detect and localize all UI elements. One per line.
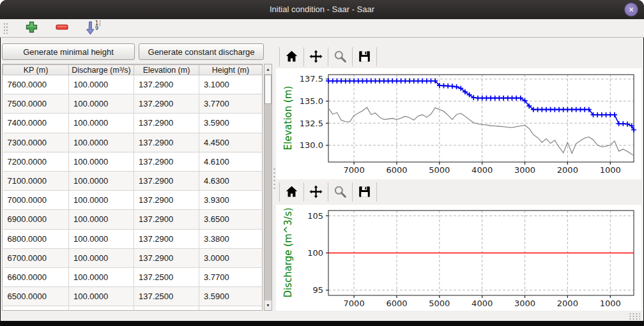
add-row-button[interactable] xyxy=(24,21,39,35)
table-cell[interactable]: 100.0000 xyxy=(69,229,134,248)
column-header[interactable]: Height (m) xyxy=(199,65,263,75)
home-icon xyxy=(285,185,298,198)
table-cell[interactable]: 3.5900 xyxy=(199,114,263,133)
sort-rows-button[interactable]: 1 9 xyxy=(86,21,102,35)
main-toolbar: 1 9 xyxy=(0,19,644,38)
table-cell[interactable]: 7100.0000 xyxy=(3,171,69,190)
table-cell[interactable]: 137.2900 xyxy=(134,133,199,152)
table-cell[interactable]: 100.0000 xyxy=(69,75,134,94)
table-cell[interactable]: 100.0000 xyxy=(69,171,134,190)
table-cell[interactable]: 137.2900 xyxy=(134,75,199,94)
zoom-button[interactable] xyxy=(334,185,348,199)
table-cell[interactable]: 7400.0000 xyxy=(3,114,69,133)
elevation-axis-label: Elevation (m) xyxy=(282,86,294,151)
table-cell[interactable]: 6900.0000 xyxy=(3,210,69,229)
svg-text:3000: 3000 xyxy=(514,165,535,175)
table-header-row: KP (m)Discharge (m³/s)Elevation (m)Heigh… xyxy=(3,65,263,75)
table-cell[interactable]: 137.2500 xyxy=(134,287,199,306)
table-scrollbar[interactable]: ▲ ▼ xyxy=(264,64,272,311)
table-cell[interactable]: 3.7700 xyxy=(199,267,263,286)
svg-text:137.5: 137.5 xyxy=(300,74,323,84)
table-cell[interactable]: 100.0000 xyxy=(69,248,134,267)
zoom-button[interactable] xyxy=(334,50,348,64)
table-cell[interactable]: 3.0000 xyxy=(199,248,263,267)
svg-text:3000: 3000 xyxy=(514,299,535,308)
scroll-down-button[interactable]: ▼ xyxy=(264,300,272,310)
table-cell[interactable]: 7500.0000 xyxy=(3,94,69,114)
table-cell[interactable] xyxy=(69,306,134,311)
table-cell[interactable]: 137.2900 xyxy=(134,191,199,210)
elevation-chart-canvas[interactable]: 7000600050004000300020001000137.5135.013… xyxy=(276,68,641,179)
scroll-up-button[interactable]: ▲ xyxy=(264,64,272,74)
table-cell[interactable]: 3.3800 xyxy=(199,229,263,248)
table-cell[interactable]: 100.0000 xyxy=(69,94,134,114)
save-button[interactable] xyxy=(358,50,372,64)
svg-text:132.5: 132.5 xyxy=(300,119,323,128)
scrollbar-thumb[interactable] xyxy=(264,75,272,104)
home-button[interactable] xyxy=(285,50,299,64)
pan-button[interactable] xyxy=(309,50,323,64)
sort-1-9-label: 1 9 xyxy=(95,21,101,35)
table-cell[interactable] xyxy=(3,306,69,311)
table-cell[interactable]: 100.0000 xyxy=(69,191,134,210)
pan-button[interactable] xyxy=(309,185,323,199)
table-cell[interactable]: 100.0000 xyxy=(69,210,134,229)
table-cell[interactable]: 137.2500 xyxy=(134,267,199,286)
table-cell[interactable]: 137.2900 xyxy=(134,171,199,190)
table-row: 7000.0000100.0000137.29003.9300 xyxy=(3,191,263,210)
table-cell[interactable]: 6500.0000 xyxy=(3,287,69,306)
table-cell[interactable]: 7200.0000 xyxy=(3,152,69,171)
column-header[interactable]: KP (m) xyxy=(3,65,69,75)
table-cell[interactable]: 3.9300 xyxy=(199,191,263,210)
svg-text:6000: 6000 xyxy=(386,299,407,308)
table-cell[interactable]: 100.0000 xyxy=(69,133,134,152)
table-cell[interactable]: 7600.0000 xyxy=(3,75,69,94)
table-cell[interactable]: 7300.0000 xyxy=(3,133,69,152)
discharge-chart-canvas[interactable]: 700060005000400030002000100010510095 xyxy=(276,205,641,311)
svg-text:1000: 1000 xyxy=(600,299,621,308)
table-cell[interactable]: 100.0000 xyxy=(69,287,134,306)
table-cell[interactable]: 137.2900 xyxy=(134,229,199,248)
table-cell[interactable]: 3.6500 xyxy=(199,210,263,229)
table-cell[interactable]: 4.4500 xyxy=(199,133,263,152)
table-cell[interactable]: 3.1000 xyxy=(199,75,263,94)
magnifier-icon xyxy=(334,50,347,63)
column-header[interactable]: Discharge (m³/s) xyxy=(69,65,134,75)
svg-text:5000: 5000 xyxy=(429,165,450,175)
table-cell[interactable] xyxy=(199,306,263,311)
save-button[interactable] xyxy=(358,185,372,199)
elevation-chart: 7000600050004000300020001000137.5135.013… xyxy=(276,68,641,179)
generate-minimal-height-button[interactable]: Generate minimal height xyxy=(2,43,135,60)
table-cell[interactable]: 7000.0000 xyxy=(3,191,69,210)
title-bar[interactable]: Initial condition - Saar - Saar ✕ xyxy=(0,0,644,19)
table-cell[interactable]: 137.2900 xyxy=(134,114,199,133)
table-cell[interactable]: 3.7700 xyxy=(199,94,263,114)
table-cell[interactable]: 100.0000 xyxy=(69,114,134,133)
toolbar-drag-handle[interactable] xyxy=(3,22,8,34)
close-button[interactable]: ✕ xyxy=(624,3,638,17)
resize-grip[interactable] xyxy=(629,313,640,321)
table-cell[interactable]: 6800.0000 xyxy=(3,229,69,248)
table-cell[interactable]: 100.0000 xyxy=(69,152,134,171)
column-header[interactable]: Elevation (m) xyxy=(134,65,199,75)
table-cell[interactable]: 137.2900 xyxy=(134,152,199,171)
table-cell[interactable]: 4.6100 xyxy=(199,152,263,171)
close-icon: ✕ xyxy=(628,6,634,13)
table-cell[interactable]: 100.0000 xyxy=(69,267,134,286)
move-icon xyxy=(309,185,323,198)
table-cell[interactable]: 3.5900 xyxy=(199,287,263,306)
home-button[interactable] xyxy=(285,185,299,199)
table-cell[interactable] xyxy=(134,306,199,311)
svg-text:2000: 2000 xyxy=(557,165,578,175)
generate-constant-discharge-button[interactable]: Generate constant discharge xyxy=(139,43,264,60)
svg-text:4000: 4000 xyxy=(471,299,493,308)
table-cell[interactable]: 137.2900 xyxy=(134,94,199,114)
table-cell[interactable]: 137.2900 xyxy=(134,210,199,229)
table-cell[interactable]: 6700.0000 xyxy=(3,248,69,267)
table-cell[interactable]: 137.2900 xyxy=(134,248,199,267)
svg-text:6000: 6000 xyxy=(386,165,407,175)
table-cell[interactable]: 6600.0000 xyxy=(3,267,69,286)
remove-row-button[interactable] xyxy=(54,21,70,35)
table-cell[interactable]: 4.6300 xyxy=(199,171,263,190)
table-row: 6500.0000100.0000137.25003.5900 xyxy=(3,287,263,306)
